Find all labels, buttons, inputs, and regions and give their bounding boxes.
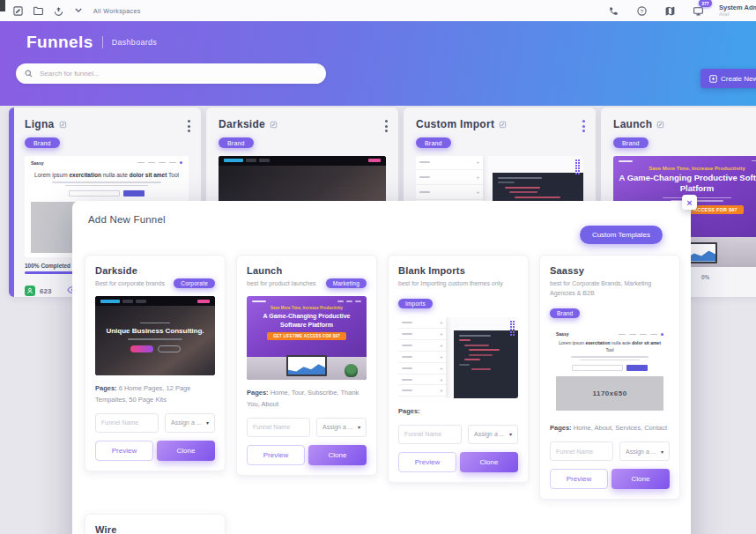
- breadcrumb-dashboards[interactable]: Dashboards: [112, 38, 158, 47]
- preview-paragraph: [556, 356, 663, 360]
- template-fields: Assign a ...▾: [95, 413, 215, 433]
- preview-code-editor: [454, 330, 518, 398]
- brand-badge: Brand: [416, 137, 451, 148]
- funnel-name-input[interactable]: [398, 425, 462, 444]
- edit-icon[interactable]: [59, 121, 67, 129]
- kebab-menu-icon[interactable]: [582, 120, 585, 132]
- preview-eyebrow: Save More Time, Increase Productivity: [271, 306, 343, 310]
- clone-button[interactable]: Clone: [308, 445, 367, 465]
- progress-label: 0%: [701, 274, 756, 280]
- map-icon[interactable]: [663, 4, 677, 18]
- template-actions: Preview Clone: [398, 452, 518, 472]
- funnel-title: Ligna: [25, 118, 55, 130]
- code-line: [464, 345, 489, 346]
- list-item: +: [398, 363, 446, 375]
- phone-icon[interactable]: [606, 4, 620, 18]
- preview-button[interactable]: Preview: [398, 452, 456, 472]
- preview-logo: Saasy: [556, 331, 568, 337]
- list-item: +: [416, 185, 483, 200]
- template-fields: Assign a ...▾: [398, 425, 518, 444]
- assign-value: Assign a ...: [322, 424, 353, 430]
- chevron-down-icon: ▾: [661, 449, 663, 455]
- clone-button[interactable]: Clone: [157, 441, 215, 461]
- create-new-funnel-button[interactable]: Create New Funnel: [700, 69, 756, 88]
- edit-icon[interactable]: [656, 121, 664, 129]
- funnel-name-input[interactable]: [550, 441, 613, 461]
- custom-templates-button[interactable]: Custom Templates: [580, 226, 663, 244]
- help-icon[interactable]: ?: [634, 4, 649, 18]
- card-header: Ligna: [25, 118, 189, 130]
- assign-value: Assign a ...: [171, 419, 202, 426]
- kebab-menu-icon[interactable]: [188, 120, 190, 132]
- preview-button-shape: [123, 190, 145, 197]
- preview-button[interactable]: Preview: [550, 469, 608, 489]
- category-badge: Imports: [398, 299, 433, 308]
- present-screen-icon[interactable]: 377: [691, 4, 705, 18]
- code-line: [498, 182, 514, 183]
- compose-icon[interactable]: [11, 4, 25, 18]
- brand-badge: Brand: [25, 137, 60, 148]
- code-line: [505, 187, 541, 189]
- add-new-funnel-modal: × Add New Funnel Custom Templates Darksi…: [72, 201, 691, 534]
- kebab-menu-icon[interactable]: [385, 120, 388, 132]
- template-description: best for product launches: [247, 278, 316, 288]
- category-badge: Brand: [550, 308, 580, 318]
- edit-icon[interactable]: [499, 121, 507, 129]
- badge-row: Imports: [398, 293, 518, 309]
- template-desc-row: Best for corporate brands Corporate: [95, 278, 215, 288]
- preview-button[interactable]: Preview: [95, 441, 153, 461]
- template-title: Darkside: [95, 265, 215, 276]
- workspace-selector[interactable]: All Workspaces: [93, 8, 141, 14]
- preview-nav: Saasy: [556, 331, 663, 337]
- close-icon[interactable]: ×: [682, 195, 697, 210]
- upload-icon[interactable]: [51, 4, 65, 18]
- edit-icon[interactable]: [270, 121, 278, 129]
- template-desc-row: best for Corporate Brands, Marketing Age…: [550, 278, 670, 298]
- chevron-down-icon: ▾: [509, 431, 512, 437]
- template-fields: Assign a ...▾: [550, 441, 670, 461]
- search-input[interactable]: [38, 69, 317, 78]
- list-item: +: [398, 340, 446, 352]
- assign-select[interactable]: Assign a ...▾: [468, 425, 518, 444]
- clone-button[interactable]: Clone: [460, 452, 518, 472]
- code-line: [469, 349, 500, 351]
- assign-select[interactable]: Assign a ...▾: [316, 418, 367, 437]
- folder-icon[interactable]: [31, 4, 45, 18]
- code-line: [459, 335, 492, 337]
- assign-select[interactable]: Assign a ...▾: [165, 413, 215, 433]
- funnel-name-input[interactable]: [95, 413, 159, 433]
- chevron-down-icon[interactable]: [71, 4, 85, 18]
- list-item: +: [398, 385, 446, 397]
- card-header: Launch: [613, 118, 756, 130]
- template-cards-row: Darkside Best for corporate brands Corpo…: [72, 255, 691, 500]
- template-card-blank-imports: Blank Imports best for Importing custom …: [388, 255, 529, 483]
- clone-button[interactable]: Clone: [611, 469, 670, 489]
- list-item: +: [416, 156, 483, 171]
- code-line: [498, 177, 542, 179]
- template-description: Best for corporate brands: [95, 278, 165, 288]
- template-preview: Save More Time, Increase Productivity A …: [247, 296, 367, 380]
- pages-list: Home, About, Services, Contact: [574, 424, 667, 432]
- template-actions: Preview Clone: [550, 469, 670, 489]
- preview-nav-links: [619, 333, 663, 336]
- preview-button[interactable]: Preview: [247, 445, 305, 465]
- list-item: +: [416, 170, 483, 185]
- preview-buttons: [130, 345, 181, 352]
- funnel-title: Custom Import: [416, 118, 494, 130]
- pages-label: Pages:: [550, 424, 572, 432]
- chevron-down-icon: ▾: [206, 419, 209, 426]
- code-line: [459, 339, 471, 341]
- preview-nav-links: [137, 161, 182, 164]
- preview-heading: Lorem ipsum exercitation nulla aute dolo…: [31, 171, 182, 180]
- funnel-name-input[interactable]: [247, 418, 310, 437]
- plus-square-icon: [709, 75, 717, 83]
- pages-label: Pages:: [95, 384, 117, 392]
- template-desc-row: best for product launches Marketing: [247, 278, 367, 288]
- pages-label: Pages:: [398, 407, 420, 415]
- template-preview: Saasy Lorem ipsum exercitation nulla aut…: [550, 327, 670, 415]
- template-card-saassy: Saassy best for Corporate Brands, Market…: [539, 255, 680, 500]
- template-fields: Assign a ...▾: [247, 418, 367, 437]
- preview-eyebrow-bar: [140, 323, 170, 324]
- assign-select[interactable]: Assign a ...▾: [619, 441, 670, 461]
- user-profile[interactable]: System Admin Avail: [719, 4, 756, 18]
